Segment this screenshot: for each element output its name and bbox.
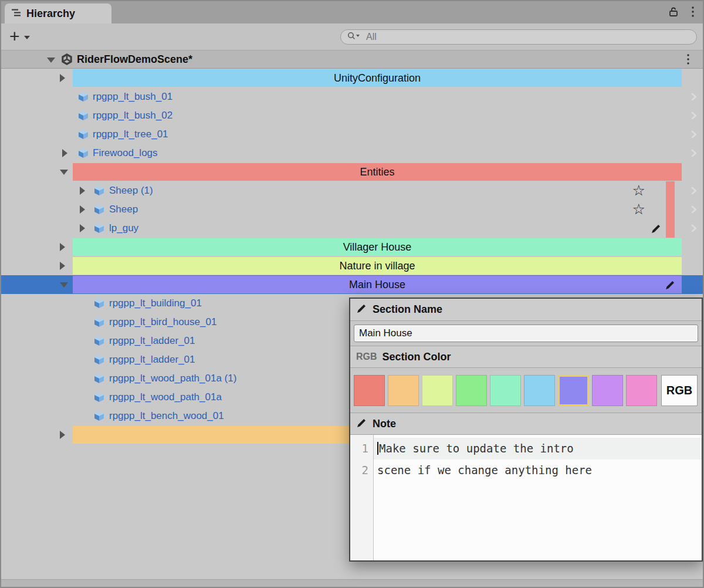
color-swatch[interactable] bbox=[524, 375, 555, 406]
chevron-right-icon[interactable] bbox=[690, 147, 698, 159]
text-cursor bbox=[377, 442, 378, 455]
note-text-area[interactable]: Make sure to update the intro scene if w… bbox=[374, 435, 702, 560]
favorite-star-icon[interactable]: ☆ bbox=[632, 182, 645, 199]
edit-pencil-icon[interactable] bbox=[651, 223, 662, 234]
prefab-cube-icon bbox=[78, 110, 89, 121]
foldout-icon[interactable] bbox=[60, 282, 68, 288]
search-field[interactable] bbox=[340, 29, 697, 45]
section-row-villager-house[interactable]: Villager House bbox=[1, 238, 703, 256]
tree-row[interactable]: Sheep (1) ☆ bbox=[1, 181, 703, 200]
favorite-star-icon[interactable]: ☆ bbox=[632, 201, 645, 218]
color-swatch[interactable] bbox=[626, 375, 657, 406]
section-row-main-house[interactable]: Main House bbox=[1, 275, 703, 294]
foldout-icon[interactable] bbox=[60, 170, 68, 175]
tree-row[interactable]: rpgpp_lt_tree_01 bbox=[1, 125, 703, 144]
scene-foldout-icon[interactable] bbox=[47, 58, 55, 63]
section-name-label: Section Name bbox=[373, 303, 442, 316]
section-bar[interactable]: Main House bbox=[73, 276, 682, 293]
prefab-cube-icon bbox=[78, 92, 89, 102]
prefab-cube-icon bbox=[94, 411, 104, 421]
item-label: rpgpp_lt_ladder_01 bbox=[109, 350, 195, 369]
section-row-unityconfiguration[interactable]: UnityConfiguration bbox=[1, 69, 703, 87]
foldout-icon[interactable] bbox=[60, 243, 65, 251]
section-name-input[interactable] bbox=[354, 325, 698, 342]
scene-header-row[interactable]: RiderFlowDemoScene* bbox=[1, 50, 703, 69]
edit-pencil-icon[interactable] bbox=[665, 279, 676, 290]
tree-row[interactable]: lp_guy bbox=[1, 219, 703, 238]
create-dropdown-caret-icon bbox=[24, 36, 30, 39]
bottom-scroll-strip[interactable] bbox=[1, 579, 703, 587]
foldout-icon[interactable] bbox=[80, 187, 85, 195]
rgb-picker-button[interactable]: RGB bbox=[661, 375, 698, 406]
color-swatch[interactable] bbox=[490, 375, 521, 406]
foldout-icon[interactable] bbox=[60, 262, 65, 270]
tab-strip: Hierarchy bbox=[1, 1, 703, 23]
hierarchy-toolbar: + bbox=[1, 23, 703, 50]
chevron-right-icon[interactable] bbox=[690, 222, 698, 234]
search-input[interactable] bbox=[365, 31, 691, 43]
chevron-right-icon[interactable] bbox=[690, 185, 698, 197]
foldout-icon[interactable] bbox=[60, 431, 65, 439]
chevron-right-icon[interactable] bbox=[690, 204, 698, 215]
scene-menu-icon[interactable] bbox=[686, 53, 690, 67]
tree-row[interactable]: Firewood_logs bbox=[1, 144, 703, 163]
chevron-right-icon[interactable] bbox=[690, 110, 698, 121]
pencil-icon bbox=[356, 303, 367, 316]
section-label: UnityConfiguration bbox=[334, 72, 421, 85]
tab-hierarchy[interactable]: Hierarchy bbox=[5, 4, 111, 23]
section-name-header: Section Name bbox=[350, 299, 702, 321]
tree-row[interactable]: rpgpp_lt_bush_01 bbox=[1, 87, 703, 106]
section-color-strip bbox=[666, 200, 675, 219]
panel-menu-icon[interactable] bbox=[691, 6, 695, 18]
line-number: 2 bbox=[350, 459, 368, 481]
tab-hierarchy-label: Hierarchy bbox=[26, 8, 75, 20]
foldout-icon[interactable] bbox=[62, 149, 67, 157]
section-label: Main House bbox=[349, 279, 405, 291]
prefab-cube-icon bbox=[94, 298, 104, 309]
section-row-nature-in-village[interactable]: Nature in village bbox=[1, 256, 703, 275]
create-button[interactable]: + bbox=[9, 26, 30, 47]
prefab-cube-icon bbox=[94, 373, 104, 384]
item-label: rpgpp_lt_bush_02 bbox=[93, 106, 172, 125]
color-swatch[interactable] bbox=[422, 375, 453, 406]
lock-icon[interactable] bbox=[668, 6, 679, 18]
section-bar[interactable]: Entities bbox=[73, 163, 682, 181]
color-swatch-selected[interactable] bbox=[558, 375, 589, 406]
item-label: rpgpp_lt_tree_01 bbox=[93, 125, 168, 144]
unity-logo-icon bbox=[61, 53, 73, 67]
color-swatch-row: RGB bbox=[350, 368, 702, 413]
section-bar[interactable]: UnityConfiguration bbox=[73, 69, 682, 87]
color-swatch[interactable] bbox=[388, 375, 419, 406]
section-color-strip bbox=[666, 219, 675, 238]
foldout-icon[interactable] bbox=[80, 224, 85, 232]
prefab-cube-icon bbox=[94, 317, 104, 327]
note-editor[interactable]: 1 2 Make sure to update the intro scene … bbox=[350, 435, 702, 560]
section-editor-popup: Section Name RGB Section Color RGB Note bbox=[349, 298, 703, 562]
tree-row[interactable]: Sheep ☆ bbox=[1, 200, 703, 219]
color-swatch[interactable] bbox=[592, 375, 623, 406]
section-bar[interactable]: Nature in village bbox=[73, 257, 682, 275]
section-name-row bbox=[350, 321, 702, 346]
prefab-cube-icon bbox=[78, 148, 89, 158]
note-line: Make sure to update the intro bbox=[374, 438, 702, 459]
plus-icon: + bbox=[9, 26, 20, 47]
note-label: Note bbox=[373, 418, 396, 430]
note-line: scene if we change anything here bbox=[374, 459, 702, 481]
section-bar[interactable]: Villager House bbox=[73, 238, 682, 256]
prefab-cube-icon bbox=[94, 336, 104, 346]
prefab-cube-icon bbox=[94, 204, 104, 215]
foldout-icon[interactable] bbox=[60, 74, 65, 82]
tree-row[interactable]: rpgpp_lt_bush_02 bbox=[1, 106, 703, 125]
note-header: Note bbox=[350, 413, 702, 435]
foldout-icon[interactable] bbox=[80, 205, 85, 214]
hierarchy-list-icon bbox=[12, 8, 21, 19]
chevron-right-icon[interactable] bbox=[690, 91, 698, 103]
hierarchy-window: Hierarchy + RiderFlowDemoScene* UnityCon… bbox=[0, 0, 704, 588]
scene-name: RiderFlowDemoScene* bbox=[77, 50, 192, 68]
color-swatch[interactable] bbox=[354, 375, 385, 406]
chevron-right-icon[interactable] bbox=[690, 129, 698, 140]
item-label: rpgpp_lt_bird_house_01 bbox=[109, 313, 216, 332]
section-label: Villager House bbox=[343, 241, 412, 254]
section-row-entities[interactable]: Entities bbox=[1, 163, 703, 181]
color-swatch[interactable] bbox=[456, 375, 487, 406]
